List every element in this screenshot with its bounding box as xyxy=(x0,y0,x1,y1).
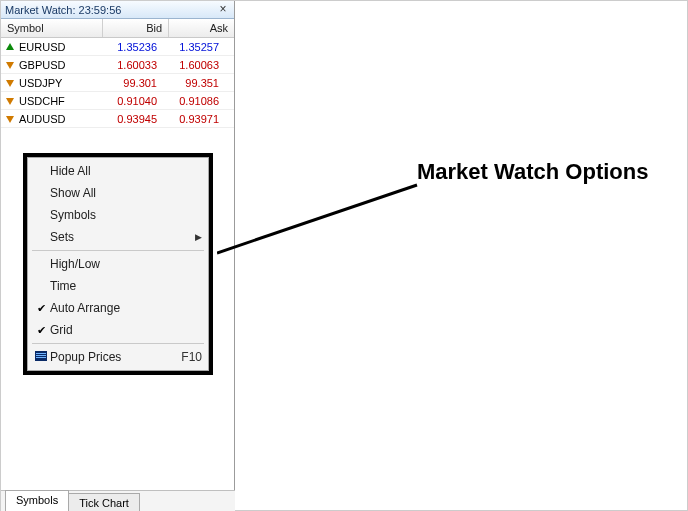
annotation-arrow xyxy=(217,169,437,269)
menu-item-hide-all[interactable]: Hide All xyxy=(28,160,208,182)
ask-cell: 99.351 xyxy=(163,77,225,89)
symbol-cell: USDJPY xyxy=(1,77,101,89)
bid-cell: 0.91040 xyxy=(101,95,163,107)
table-row[interactable]: EURUSD1.352361.35257 xyxy=(1,38,234,56)
symbol-cell: USDCHF xyxy=(1,95,101,107)
arrow-down-icon xyxy=(5,78,15,88)
context-menu[interactable]: Hide AllShow AllSymbolsSets▶High/LowTime… xyxy=(27,157,209,371)
menu-item-sets[interactable]: Sets▶ xyxy=(28,226,208,248)
symbol-text: GBPUSD xyxy=(19,59,65,71)
bid-cell: 0.93945 xyxy=(101,113,163,125)
check-icon: ✔ xyxy=(32,302,50,315)
menu-item-label: Auto Arrange xyxy=(50,301,202,315)
table-row[interactable]: USDJPY99.30199.351 xyxy=(1,74,234,92)
check-icon: ✔ xyxy=(32,324,50,337)
arrow-down-icon xyxy=(5,96,15,106)
menu-item-label: Symbols xyxy=(50,208,202,222)
table-row[interactable]: AUDUSD0.939450.93971 xyxy=(1,110,234,128)
menu-item-label: Grid xyxy=(50,323,202,337)
svg-rect-8 xyxy=(36,357,46,358)
ask-cell: 1.35257 xyxy=(163,41,225,53)
menu-item-symbols[interactable]: Symbols xyxy=(28,204,208,226)
arrow-down-icon xyxy=(5,60,15,70)
menu-item-grid[interactable]: ✔Grid xyxy=(28,319,208,341)
svg-marker-2 xyxy=(6,80,14,87)
table-row[interactable]: GBPUSD1.600331.60063 xyxy=(1,56,234,74)
panel-title: Market Watch: 23:59:56 xyxy=(5,4,216,16)
symbol-text: EURUSD xyxy=(19,41,65,53)
menu-item-show-all[interactable]: Show All xyxy=(28,182,208,204)
tab-tick-chart[interactable]: Tick Chart xyxy=(68,493,140,511)
menu-separator xyxy=(32,250,204,251)
ask-cell: 1.60063 xyxy=(163,59,225,71)
table-header: Symbol Bid Ask xyxy=(1,19,234,38)
svg-marker-3 xyxy=(6,98,14,105)
menu-item-auto-arrange[interactable]: ✔Auto Arrange xyxy=(28,297,208,319)
bid-cell: 1.60033 xyxy=(101,59,163,71)
popup-prices-icon xyxy=(32,351,50,363)
svg-marker-4 xyxy=(6,116,14,123)
menu-item-popup-prices[interactable]: Popup PricesF10 xyxy=(28,346,208,368)
annotation-label: Market Watch Options xyxy=(417,159,648,185)
bid-cell: 99.301 xyxy=(101,77,163,89)
symbol-text: USDJPY xyxy=(19,77,62,89)
panel-tabs: Symbols Tick Chart xyxy=(1,490,235,511)
menu-item-label: Time xyxy=(50,279,202,293)
symbol-cell: EURUSD xyxy=(1,41,101,53)
header-ask[interactable]: Ask xyxy=(169,22,234,34)
menu-item-label: Popup Prices xyxy=(50,350,175,364)
ask-cell: 0.93971 xyxy=(163,113,225,125)
symbol-text: USDCHF xyxy=(19,95,65,107)
arrow-down-icon xyxy=(5,114,15,124)
svg-line-9 xyxy=(217,185,417,253)
submenu-arrow-icon: ▶ xyxy=(195,232,202,242)
context-menu-callout: Hide AllShow AllSymbolsSets▶High/LowTime… xyxy=(23,153,213,375)
svg-rect-7 xyxy=(36,355,46,356)
panel-titlebar: Market Watch: 23:59:56 × xyxy=(1,1,234,19)
menu-item-shortcut: F10 xyxy=(181,350,202,364)
menu-item-label: Hide All xyxy=(50,164,202,178)
menu-separator xyxy=(32,343,204,344)
menu-item-label: Show All xyxy=(50,186,202,200)
menu-item-label: High/Low xyxy=(50,257,202,271)
menu-item-time[interactable]: Time xyxy=(28,275,208,297)
panel-title-time: 23:59:56 xyxy=(79,4,122,16)
menu-item-high-low[interactable]: High/Low xyxy=(28,253,208,275)
arrow-up-icon xyxy=(5,42,15,52)
close-icon[interactable]: × xyxy=(216,3,230,17)
header-bid[interactable]: Bid xyxy=(103,22,168,34)
tab-symbols[interactable]: Symbols xyxy=(5,490,69,511)
ask-cell: 0.91086 xyxy=(163,95,225,107)
svg-marker-1 xyxy=(6,62,14,69)
symbol-text: AUDUSD xyxy=(19,113,65,125)
tab-strip-end xyxy=(139,494,150,511)
svg-rect-6 xyxy=(36,353,46,354)
bid-cell: 1.35236 xyxy=(101,41,163,53)
symbol-cell: GBPUSD xyxy=(1,59,101,71)
panel-title-prefix: Market Watch: xyxy=(5,4,79,16)
menu-item-label: Sets xyxy=(50,230,195,244)
svg-marker-0 xyxy=(6,43,14,50)
header-symbol[interactable]: Symbol xyxy=(1,22,102,34)
quote-rows: EURUSD1.352361.35257GBPUSD1.600331.60063… xyxy=(1,38,234,128)
table-row[interactable]: USDCHF0.910400.91086 xyxy=(1,92,234,110)
symbol-cell: AUDUSD xyxy=(1,113,101,125)
